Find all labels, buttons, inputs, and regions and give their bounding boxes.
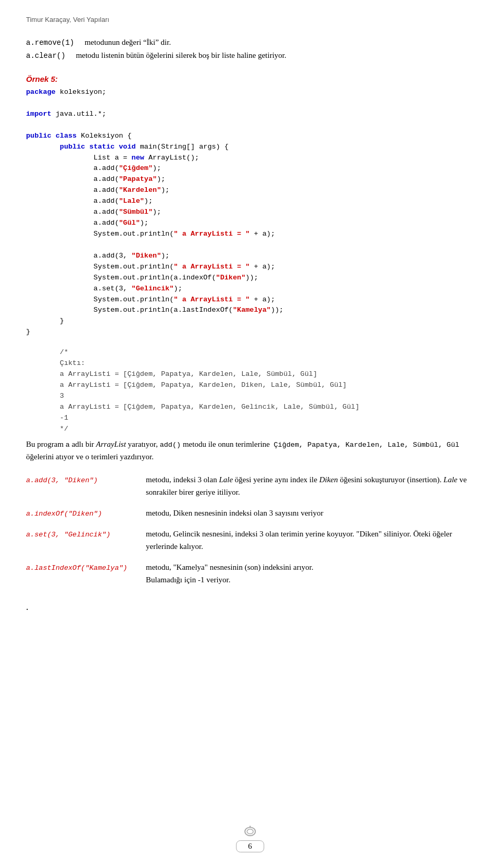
remove-code: a.remove(1) (26, 39, 74, 47)
para-add3-text: metodu, indeksi 3 olan Lale öğesi yerine… (146, 473, 474, 498)
clear-code: a.clear() (26, 52, 66, 60)
para-indexof-text: metodu, Diken nesnesinin indeksi olan 3 … (146, 507, 474, 519)
header-text: Timur Karaçay, Veri Yapıları (26, 16, 109, 23)
example-label: Örnek 5: (26, 75, 474, 84)
page-footer: 6 (236, 826, 264, 852)
page-header: Timur Karaçay, Veri Yapıları (26, 16, 474, 23)
para-set3-text: metodu, Gelincik nesnesini, indeksi 3 ol… (146, 528, 474, 553)
output-comment: /* Çıktı: a ArrayListi = [Çiğdem, Papaty… (26, 347, 474, 434)
intro-paragraph: Bu program a adlı bir ArrayList yaratıyo… (26, 438, 474, 463)
page-number: 6 (236, 840, 264, 852)
clip-icon (243, 826, 257, 837)
para-lastindexof-label: a.lastIndexOf("Kamelya") (26, 564, 127, 572)
para-set3: a.set(3, "Gelincik") metodu, Gelincik ne… (26, 528, 474, 553)
para-indexof-label: a.indexOf("Diken") (26, 510, 102, 518)
ending-dot: . (26, 602, 474, 613)
clear-section: a.clear() metodu listenin bütün öğelerin… (26, 51, 474, 60)
clear-desc: metodu listenin bütün öğelerini silerek … (76, 51, 286, 60)
svg-point-0 (245, 827, 255, 836)
para-lastindexof: a.lastIndexOf("Kamelya") metodu, "Kamely… (26, 561, 474, 586)
para-indexof: a.indexOf("Diken") metodu, Diken nesnesi… (26, 507, 474, 519)
para-add3: a.add(3, "Diken") metodu, indeksi 3 olan… (26, 473, 474, 498)
para-set3-label: a.set(3, "Gelincik") (26, 531, 110, 539)
remove-section: a.remove(1) metodunun değeri “İki” dir. (26, 38, 474, 47)
para-lastindexof-text: metodu, "Kamelya" nesnesinin (son) indek… (146, 561, 474, 586)
para-add3-label: a.add(3, "Diken") (26, 476, 98, 484)
svg-point-1 (247, 829, 253, 834)
remove-desc: metodunun değeri “İki” dir. (84, 38, 171, 47)
code-block: package koleksiyon; import java.util.*; … (26, 87, 474, 338)
